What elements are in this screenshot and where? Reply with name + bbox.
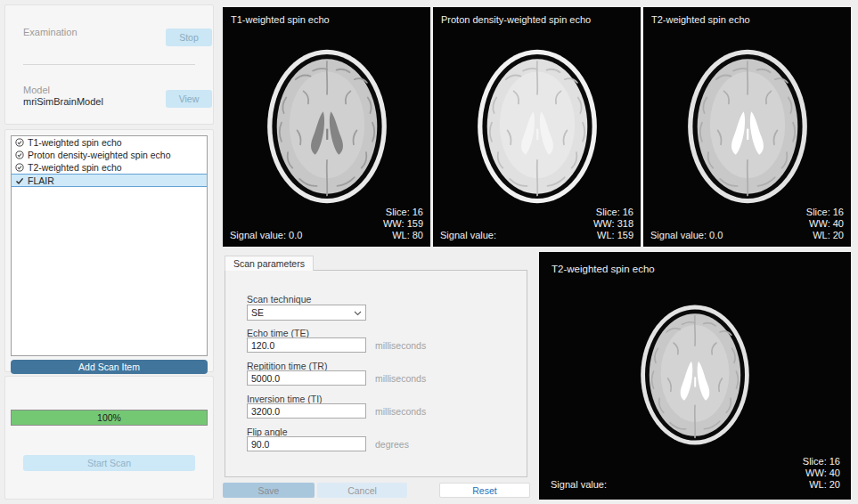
viewport-pd[interactable]: Proton density-weighted spin echo Signal… (433, 7, 641, 247)
viewport-t2[interactable]: T2-weighted spin echo Signal value: 0.0 … (643, 7, 851, 247)
signal-value: Signal value: 0.0 (230, 230, 302, 240)
scan-technique-label: Scan technique (247, 294, 311, 305)
scan-progress-bar: 100% (11, 410, 208, 426)
scan-item-t1[interactable]: T1-weighted spin echo (12, 136, 207, 149)
tab-scan-parameters[interactable]: Scan parameters (225, 256, 314, 271)
signal-value: Signal value: 0.0 (650, 230, 723, 240)
viewport-t2-large[interactable]: T2-weighted spin echo Signal value: Slic… (539, 252, 851, 500)
viewport-info: Slice: 16 WW: 318 WL: 159 (593, 207, 633, 241)
viewport-title: T2-weighted spin echo (651, 14, 750, 25)
slice-value: Slice: 16 (383, 207, 423, 218)
brain-mri-image (643, 36, 851, 217)
echo-time-unit: milliseconds (375, 340, 426, 351)
stop-button[interactable]: Stop (166, 28, 212, 46)
repetition-time-input[interactable] (247, 370, 366, 386)
scan-item-flair[interactable]: FLAIR (12, 174, 207, 187)
model-label: Model (23, 85, 50, 95)
window-level: WL: 159 (593, 230, 633, 241)
scan-control-panel: 100% Start Scan (4, 376, 214, 500)
examination-panel: Examination Stop Model mriSimBrainModel … (4, 4, 214, 125)
viewport-title: T1-weighted spin echo (231, 14, 330, 25)
window-width: WW: 40 (806, 218, 844, 230)
scan-parameters-form: Scan technique SE Echo time (TE) millise… (225, 270, 527, 477)
view-button[interactable]: View (166, 90, 212, 108)
scan-items-panel: T1-weighted spin echo Proton density-wei… (4, 129, 214, 372)
scan-item-pd[interactable]: Proton density-weighted spin echo (12, 149, 207, 161)
window-level: WL: 20 (806, 230, 844, 241)
save-button[interactable]: Save (223, 483, 315, 498)
circle-check-icon (15, 138, 24, 147)
scan-item-label: T1-weighted spin echo (28, 137, 122, 148)
app-window: Examination Stop Model mriSimBrainModel … (0, 0, 858, 504)
brain-mri-image (539, 280, 851, 469)
scan-item-t2[interactable]: T2-weighted spin echo (12, 161, 207, 174)
examination-label: Examination (23, 27, 78, 37)
window-width: WW: 159 (383, 218, 423, 230)
window-level: WL: 20 (803, 479, 840, 491)
signal-value: Signal value: (440, 230, 496, 240)
scan-technique-select[interactable]: SE (247, 305, 366, 321)
window-width: WW: 318 (593, 218, 633, 230)
inversion-time-input[interactable] (247, 403, 366, 419)
echo-time-input[interactable] (247, 337, 366, 353)
repetition-time-unit: milliseconds (375, 373, 426, 384)
circle-check-icon (15, 150, 24, 159)
start-scan-button[interactable]: Start Scan (23, 455, 195, 471)
divider (23, 64, 195, 65)
viewport-title: T2-weighted spin echo (552, 264, 655, 274)
window-level: WL: 80 (383, 230, 423, 241)
check-icon (15, 176, 24, 185)
slice-value: Slice: 16 (593, 207, 633, 218)
flip-angle-input[interactable] (247, 436, 366, 451)
viewport-info: Slice: 16 WW: 159 WL: 80 (383, 207, 423, 241)
window-width: WW: 40 (803, 467, 840, 479)
add-scan-item-button[interactable]: Add Scan Item (11, 360, 208, 374)
signal-value: Signal value: (551, 479, 607, 490)
viewport-title: Proton density-weighted spin echo (441, 14, 591, 25)
scan-technique-value: SE (251, 307, 264, 318)
viewport-info: Slice: 16 WW: 40 WL: 20 (803, 456, 840, 491)
brain-mri-image (223, 36, 430, 217)
flip-angle-unit: degrees (375, 439, 409, 450)
brain-mri-image (433, 36, 641, 217)
scan-item-label: T2-weighted spin echo (28, 162, 122, 173)
reset-button[interactable]: Reset (439, 483, 530, 498)
model-name: mriSimBrainModel (23, 96, 103, 107)
inversion-time-unit: milliseconds (375, 406, 426, 417)
scan-items-listbox[interactable]: T1-weighted spin echo Proton density-wei… (11, 135, 208, 356)
slice-value: Slice: 16 (806, 207, 844, 218)
slice-value: Slice: 16 (803, 456, 840, 467)
scan-item-label: FLAIR (28, 175, 54, 186)
viewport-t1[interactable]: T1-weighted spin echo Signal value: 0.0 … (223, 7, 430, 247)
cancel-button[interactable]: Cancel (317, 483, 407, 498)
chevron-down-icon (354, 307, 362, 318)
viewport-info: Slice: 16 WW: 40 WL: 20 (806, 207, 844, 241)
circle-check-icon (15, 163, 24, 172)
scan-item-label: Proton density-weighted spin echo (28, 150, 171, 160)
progress-percentage: 100% (12, 411, 207, 425)
